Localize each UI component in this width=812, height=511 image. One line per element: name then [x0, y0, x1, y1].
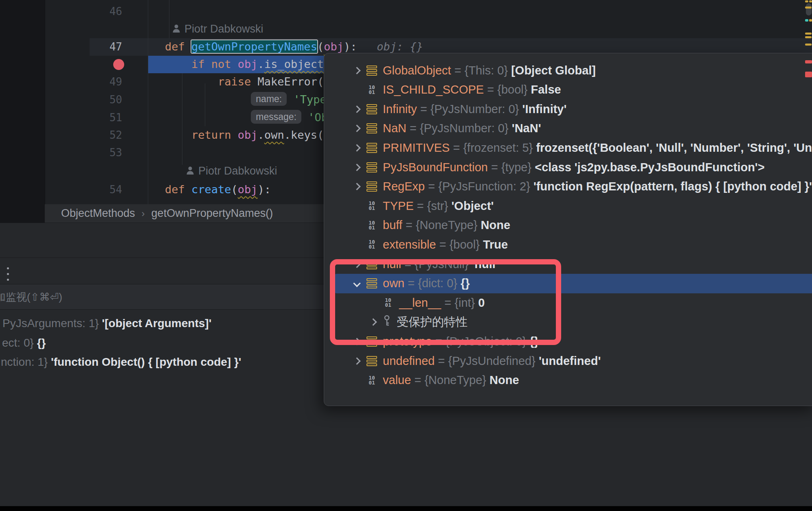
add-watch-header[interactable]: 加监视(⇧⌘⏎) — [0, 284, 324, 309]
code-line[interactable]: def create(obj): — [165, 181, 271, 198]
object-stack-icon — [366, 102, 377, 116]
variable-row[interactable]: GlobalObject = {This: 0} [Object Global] — [324, 61, 812, 79]
code-token — [165, 111, 251, 124]
error-stripe-mark — [805, 36, 812, 38]
window-bottom-edge — [0, 506, 812, 511]
variable-type: {PyJsNumber: 0} — [430, 103, 522, 116]
variable-row[interactable]: Infinity = {PyJsNumber: 0} 'Infinity' — [324, 100, 812, 118]
chevron-right-icon[interactable] — [353, 357, 360, 365]
ide-window: 4647495051525354 Piotr Dabkowskidef getO… — [0, 0, 812, 511]
equals-sign: = — [425, 180, 438, 193]
equals-sign: = — [417, 103, 430, 116]
variable-row[interactable]: PRIMITIVES = {frozenset: 5} frozenset({'… — [324, 139, 812, 157]
code-token: obj — [238, 183, 258, 196]
code-token: getOwnPropertyNames — [191, 40, 317, 53]
watch-row[interactable]: ect: 0} {} — [2, 335, 46, 351]
panel-divider — [0, 258, 324, 258]
code-token: ( — [231, 183, 238, 196]
author-annotation[interactable]: Piotr Dabkowski — [172, 20, 263, 37]
variable-row[interactable]: undefined = {PyJsUndefined} 'undefined' — [324, 352, 812, 370]
chevron-right-icon[interactable] — [353, 144, 360, 151]
chevron-right-icon[interactable] — [353, 67, 360, 74]
error-stripe-mark — [805, 44, 812, 46]
primitive-binary-icon: 1001 — [366, 221, 377, 230]
author-name: Piotr Dabkowski — [198, 165, 277, 177]
user-icon — [186, 166, 194, 176]
breadcrumb-item-method[interactable]: getOwnPropertyNames() — [151, 207, 273, 220]
watch-row[interactable]: nction: 1} 'function Object() { [python … — [1, 354, 241, 370]
variable-name: PyJsBoundFunction — [383, 161, 488, 174]
variable-row[interactable]: 1001buff = {NoneType} None — [324, 216, 812, 234]
kebab-menu-icon[interactable] — [5, 264, 15, 280]
variable-name: buff — [383, 218, 402, 232]
equals-sign: = — [450, 141, 463, 155]
code-token: def — [165, 183, 191, 196]
line-number: 47 — [85, 38, 122, 55]
error-stripe-mark — [805, 7, 812, 9]
variable-type: {PyJsFunction: 2} — [438, 180, 533, 193]
watch-type: PyJsArguments: 1} — [2, 317, 102, 330]
variable-row[interactable]: RegExp = {PyJsFunction: 2} 'function Reg… — [324, 178, 812, 196]
variable-value: 'Object' — [451, 199, 494, 213]
primitive-binary-icon: 1001 — [366, 85, 377, 95]
object-stack-icon — [366, 354, 377, 368]
variable-row[interactable]: 1001TYPE = {str} 'Object' — [324, 197, 812, 215]
code-token: ): — [344, 40, 357, 53]
equals-sign: = — [402, 218, 416, 232]
code-line[interactable]: return obj.own.keys() — [165, 127, 330, 144]
breadcrumb-separator-icon: › — [142, 208, 145, 219]
watch-row[interactable]: PyJsArguments: 1} '[object Arguments]' — [2, 315, 211, 332]
watch-type: ect: 0} — [2, 336, 37, 349]
variable-name: undefined — [383, 354, 435, 368]
equals-sign: = — [414, 199, 427, 213]
error-stripe-mark — [805, 60, 812, 63]
chevron-right-icon[interactable] — [353, 183, 360, 190]
line-number: 50 — [85, 91, 122, 108]
variable-value: True — [483, 238, 508, 251]
variable-value: None — [489, 373, 519, 387]
variable-type: {bool} — [450, 238, 483, 251]
parameter-hint-chip: message: — [251, 110, 301, 124]
left-tool-strip — [0, 0, 45, 223]
variable-row[interactable]: PyJsBoundFunction = {type} <class 'js2py… — [324, 158, 812, 176]
code-token: def — [165, 40, 191, 53]
parameter-hint-chip: name: — [251, 92, 287, 106]
code-token: . — [258, 129, 264, 141]
variable-type: {str} — [427, 199, 452, 213]
variable-value: 'function RegExp(pattern, flags) { [pyth… — [533, 180, 812, 193]
line-number: 51 — [85, 109, 122, 126]
watch-type: nction: 1} — [1, 356, 51, 368]
variable-row[interactable]: 1001extensible = {bool} True — [324, 236, 812, 253]
error-stripe-mark — [809, 19, 812, 22]
chevron-right-icon[interactable] — [353, 164, 360, 171]
primitive-binary-icon: 1001 — [366, 376, 377, 385]
variable-name: IS_CHILD_SCOPE — [383, 83, 484, 96]
breakpoint-icon[interactable] — [113, 59, 124, 70]
primitive-binary-icon: 1001 — [366, 240, 377, 249]
code-token — [165, 93, 251, 106]
variable-type: {This: 0} — [465, 64, 511, 77]
variable-row[interactable]: NaN = {PyJsNumber: 0} 'NaN' — [324, 120, 812, 138]
code-token: obj: {} — [377, 40, 423, 53]
line-number: 46 — [85, 3, 122, 20]
variable-row[interactable]: 1001value = {NoneType} None — [324, 371, 812, 389]
code-line[interactable]: if not obj.is_object(): — [165, 56, 344, 73]
code-token — [357, 40, 377, 53]
variable-type: {type} — [501, 161, 535, 174]
chevron-right-icon[interactable] — [353, 125, 360, 132]
error-stripe-mark — [805, 33, 812, 35]
error-stripe-mark — [805, 72, 812, 77]
variable-type: {NoneType} — [424, 373, 489, 387]
variable-value: [Object Global] — [511, 64, 596, 77]
author-annotation[interactable]: Piotr Dabkowski — [186, 162, 277, 179]
add-watch-label: 加监视(⇧⌘⏎) — [0, 290, 62, 304]
object-stack-icon — [366, 180, 377, 194]
breadcrumb-item-class[interactable]: ObjectMethods — [61, 207, 135, 220]
object-stack-icon — [366, 122, 377, 135]
variable-value: None — [481, 218, 511, 232]
variable-row[interactable]: 1001IS_CHILD_SCOPE = {bool} False — [324, 81, 812, 99]
chevron-right-icon[interactable] — [353, 105, 360, 113]
scrollbar-thumb[interactable] — [806, 3, 812, 15]
variable-name: PRIMITIVES — [383, 141, 450, 155]
code-line[interactable]: raise MakeError( — [165, 73, 324, 90]
